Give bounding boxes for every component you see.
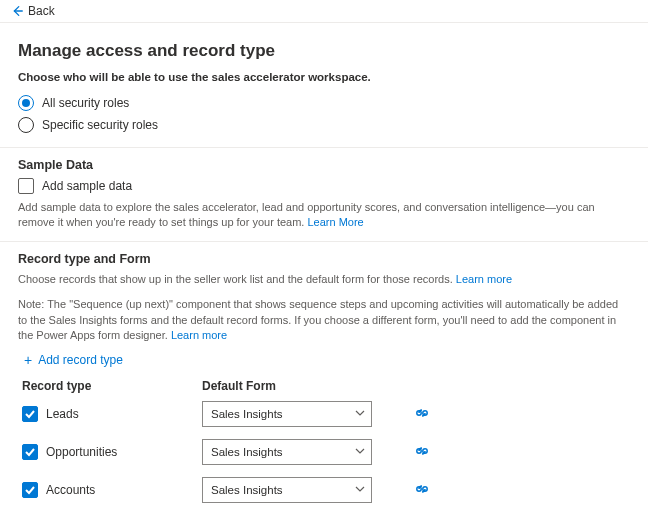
learn-more-link[interactable]: Learn more	[171, 329, 227, 341]
checkbox-icon[interactable]	[22, 482, 38, 498]
link-icon[interactable]	[415, 407, 429, 421]
topbar: Back	[0, 0, 648, 23]
record-type-name: Opportunities	[46, 445, 117, 459]
record-type-title: Record type and Form	[18, 252, 630, 266]
sample-data-section: Sample Data Add sample data Add sample d…	[0, 147, 648, 231]
table-row: LeadsSales Insights	[18, 401, 630, 427]
record-type-name: Accounts	[46, 483, 95, 497]
radio-label: All security roles	[42, 96, 129, 110]
chevron-down-icon	[355, 484, 365, 496]
checkbox-icon	[18, 178, 34, 194]
sample-data-help: Add sample data to explore the sales acc…	[18, 200, 630, 231]
chevron-down-icon	[355, 446, 365, 458]
back-button[interactable]: Back	[28, 4, 55, 18]
radio-icon	[18, 95, 34, 111]
col-default-form: Default Form	[202, 379, 402, 393]
radio-label: Specific security roles	[42, 118, 158, 132]
table-header: Record type Default Form	[18, 379, 630, 393]
default-form-select[interactable]: Sales Insights	[202, 477, 372, 503]
link-icon[interactable]	[415, 445, 429, 459]
learn-more-link[interactable]: Learn more	[456, 273, 512, 285]
chevron-down-icon	[355, 408, 365, 420]
back-arrow-icon[interactable]	[10, 4, 24, 18]
access-radio-group: All security roles Specific security rol…	[18, 95, 630, 133]
checkbox-icon[interactable]	[22, 406, 38, 422]
link-icon[interactable]	[415, 483, 429, 497]
default-form-select[interactable]: Sales Insights	[202, 439, 372, 465]
content: Manage access and record type Choose who…	[0, 23, 648, 511]
default-form-select[interactable]: Sales Insights	[202, 401, 372, 427]
checkbox-label: Add sample data	[42, 179, 132, 193]
record-type-note: Note: The "Sequence (up next)" component…	[18, 297, 630, 343]
radio-all-roles[interactable]: All security roles	[18, 95, 630, 111]
select-value: Sales Insights	[211, 408, 283, 420]
record-type-section: Record type and Form Choose records that…	[0, 241, 648, 511]
table-row: AccountsSales Insights	[18, 477, 630, 503]
radio-specific-roles[interactable]: Specific security roles	[18, 117, 630, 133]
record-type-desc: Choose records that show up in the selle…	[18, 272, 630, 287]
checkbox-icon[interactable]	[22, 444, 38, 460]
sample-data-title: Sample Data	[18, 158, 630, 172]
add-sample-data-checkbox[interactable]: Add sample data	[18, 178, 630, 194]
page-title: Manage access and record type	[18, 41, 630, 61]
learn-more-link[interactable]: Learn More	[307, 216, 363, 228]
col-record-type: Record type	[22, 379, 202, 393]
add-record-type-button[interactable]: + Add record type	[24, 353, 630, 367]
record-type-name: Leads	[46, 407, 79, 421]
radio-icon	[18, 117, 34, 133]
plus-icon: +	[24, 353, 32, 367]
page-subhead: Choose who will be able to use the sales…	[18, 71, 630, 83]
add-record-type-label: Add record type	[38, 353, 123, 367]
select-value: Sales Insights	[211, 484, 283, 496]
select-value: Sales Insights	[211, 446, 283, 458]
table-row: OpportunitiesSales Insights	[18, 439, 630, 465]
